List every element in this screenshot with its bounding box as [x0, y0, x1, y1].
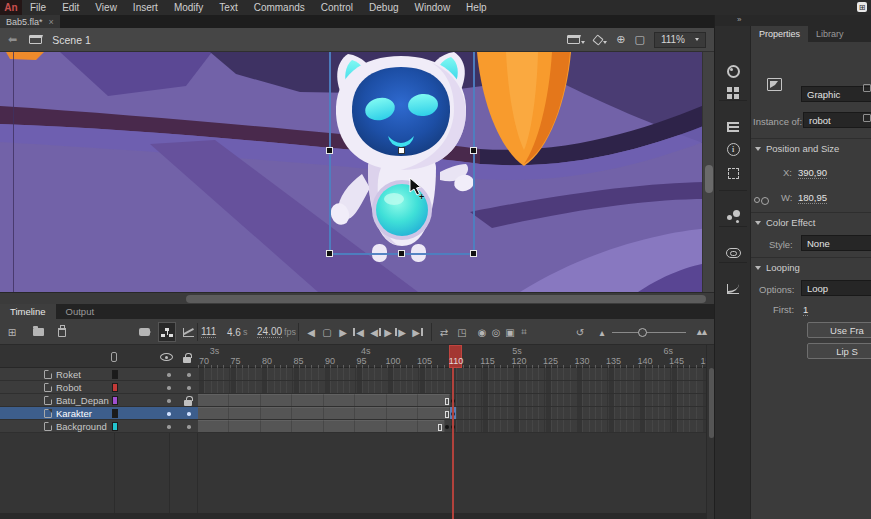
- close-tab-icon[interactable]: ×: [49, 17, 54, 27]
- menu-control[interactable]: Control: [313, 0, 361, 15]
- edit-instance-icon[interactable]: [863, 114, 871, 122]
- layer-name[interactable]: Background: [56, 420, 107, 433]
- style-dropdown[interactable]: None: [801, 235, 871, 251]
- workspace-icon[interactable]: ⊞: [857, 2, 867, 12]
- menu-file[interactable]: File: [22, 0, 54, 15]
- first-frame-value[interactable]: 1: [803, 304, 808, 316]
- use-frame-picker-button[interactable]: Use Fra: [807, 322, 871, 338]
- menu-modify[interactable]: Modify: [166, 0, 211, 15]
- slider-knob[interactable]: [638, 328, 647, 337]
- layer-outline-swatch[interactable]: [112, 396, 118, 405]
- camera-icon[interactable]: [136, 319, 152, 345]
- layer-name[interactable]: Batu_Depan: [56, 394, 109, 407]
- frame-ruler[interactable]: 3s4s5s6s70758085909510010511011512012513…: [198, 345, 706, 368]
- keyframe-dot[interactable]: [445, 425, 449, 429]
- new-layer-icon[interactable]: ⊞: [4, 319, 20, 345]
- selection-handle-bottom[interactable]: [398, 250, 405, 257]
- frame-rate-value[interactable]: 24.00: [257, 326, 282, 338]
- layer-name[interactable]: Karakter: [56, 407, 92, 420]
- selection-handle-bottom-right[interactable]: [470, 250, 477, 257]
- center-stage-icon[interactable]: ⊕: [616, 34, 625, 45]
- layer-visibility-dot[interactable]: [167, 425, 171, 429]
- center-frame-icon[interactable]: ⇄: [436, 319, 452, 345]
- visibility-icon[interactable]: [160, 353, 173, 361]
- menu-edit[interactable]: Edit: [54, 0, 87, 15]
- current-frame-display[interactable]: 111: [201, 319, 216, 345]
- transform-point-handle[interactable]: [398, 147, 405, 154]
- back-arrow-icon[interactable]: ⬅: [8, 33, 17, 46]
- menu-help[interactable]: Help: [458, 0, 495, 15]
- menu-insert[interactable]: Insert: [125, 0, 166, 15]
- layer-outline-swatch[interactable]: [112, 383, 118, 392]
- timeline-vertical-scrollbar[interactable]: [706, 345, 714, 519]
- symbol-behavior-dropdown[interactable]: Graphic: [801, 86, 871, 102]
- link-width-height-icon[interactable]: [754, 197, 760, 203]
- playhead-line[interactable]: [452, 368, 454, 519]
- layer-visibility-dot[interactable]: [167, 399, 171, 403]
- zoom-fit-icon[interactable]: ▲▲: [692, 319, 708, 345]
- layer-row-batu_depan[interactable]: Batu_Depan: [0, 394, 198, 407]
- layer-name[interactable]: Robot: [56, 381, 81, 394]
- frame-span[interactable]: [198, 394, 450, 406]
- layer-outline-swatch[interactable]: [112, 370, 118, 379]
- layer-lock-dot[interactable]: [187, 425, 191, 429]
- layer-visibility-dot[interactable]: [167, 386, 171, 390]
- layer-visibility-dot[interactable]: [167, 373, 171, 377]
- menu-commands[interactable]: Commands: [246, 0, 313, 15]
- tab-properties[interactable]: Properties: [751, 26, 808, 42]
- x-value[interactable]: 390,90: [798, 167, 827, 179]
- section-position-size[interactable]: Position and Size: [755, 143, 839, 154]
- menu-view[interactable]: View: [87, 0, 125, 15]
- layer-lock-dot[interactable]: [187, 412, 191, 416]
- layer-outline-swatch[interactable]: [112, 409, 118, 418]
- scrollbar-thumb[interactable]: [705, 165, 713, 193]
- timeline-zoom-slider[interactable]: [612, 332, 686, 334]
- selection-handle-bottom-left[interactable]: [326, 250, 333, 257]
- parent-layers-icon[interactable]: [158, 322, 176, 342]
- loop-options-dropdown[interactable]: Loop: [801, 280, 871, 296]
- menu-debug[interactable]: Debug: [361, 0, 406, 15]
- scrollbar-thumb[interactable]: [709, 368, 714, 438]
- edit-symbols-icon[interactable]: [594, 36, 607, 44]
- scrollbar-thumb[interactable]: [186, 295, 706, 303]
- document-tab[interactable]: Bab5.fla* ×: [0, 15, 60, 28]
- export-frame-icon[interactable]: ◳: [454, 319, 470, 345]
- swap-symbol-icon[interactable]: [863, 84, 871, 92]
- modify-markers-icon[interactable]: ⌗: [516, 319, 532, 345]
- swatches-icon[interactable]: [715, 78, 751, 108]
- new-folder-icon[interactable]: [30, 319, 46, 345]
- disclosure-triangle-icon[interactable]: [755, 221, 761, 225]
- selection-handle-left[interactable]: [326, 147, 333, 154]
- frame-rate-display[interactable]: 24.00 fps: [257, 319, 296, 345]
- minimize-icon[interactable]: ▴: [594, 319, 610, 345]
- layer-lock-dot[interactable]: [187, 373, 191, 377]
- disclosure-triangle-icon[interactable]: [755, 147, 761, 151]
- stage-zoom-control[interactable]: 111%: [654, 32, 706, 48]
- tab-output[interactable]: Output: [56, 304, 105, 319]
- edit-scene-icon[interactable]: [567, 35, 585, 44]
- layer-outline-swatch[interactable]: [112, 422, 118, 431]
- menu-text[interactable]: Text: [211, 0, 245, 15]
- menu-window[interactable]: Window: [407, 0, 459, 15]
- cc-libraries-icon[interactable]: [715, 238, 751, 268]
- clip-content-icon[interactable]: ▢: [635, 34, 645, 45]
- layer-name[interactable]: Roket: [56, 368, 81, 381]
- graph-editor-icon[interactable]: [180, 319, 196, 345]
- motion-editor-icon[interactable]: [715, 274, 751, 304]
- layer-row-karakter[interactable]: Karakter: [0, 407, 198, 420]
- tab-timeline[interactable]: Timeline: [0, 304, 56, 319]
- reset-timeline-zoom-icon[interactable]: ↺: [572, 319, 588, 345]
- tab-library[interactable]: Library: [808, 26, 852, 42]
- selection-handle-right[interactable]: [470, 147, 477, 154]
- delete-layer-icon[interactable]: [54, 319, 70, 345]
- outline-color-icon[interactable]: [111, 352, 117, 362]
- collapse-panels-icon[interactable]: »: [737, 15, 741, 24]
- current-frame-value[interactable]: 111: [201, 326, 216, 338]
- w-value[interactable]: 180,95: [798, 192, 827, 204]
- stage-canvas[interactable]: +: [0, 52, 714, 292]
- disclosure-triangle-icon[interactable]: [755, 266, 761, 270]
- layer-row-roket[interactable]: Roket: [0, 368, 198, 381]
- step-back-icon[interactable]: ◀: [303, 319, 319, 345]
- layer-row-robot[interactable]: Robot: [0, 381, 198, 394]
- stage-horizontal-scrollbar[interactable]: [0, 292, 714, 304]
